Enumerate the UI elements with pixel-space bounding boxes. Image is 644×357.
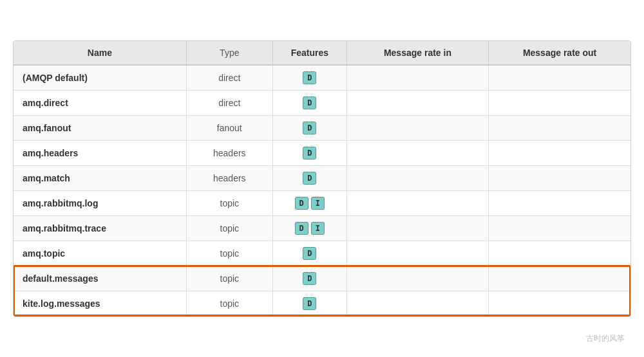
- table-header-row: Name Type Features Message rate in Messa…: [14, 41, 630, 65]
- cell-features: DI: [272, 215, 346, 241]
- cell-rate-out: [489, 165, 630, 190]
- table-row[interactable]: amq.headersheadersD: [14, 140, 630, 165]
- cell-rate-out: [489, 65, 630, 91]
- cell-type: fanout: [186, 115, 272, 140]
- cell-rate-out: [489, 266, 630, 291]
- cell-rate-in: [346, 215, 488, 241]
- feature-badge: D: [303, 147, 316, 160]
- cell-features: D: [272, 90, 346, 115]
- exchanges-table-wrapper: Name Type Features Message rate in Messa…: [13, 41, 631, 317]
- cell-rate-out: [489, 140, 630, 165]
- exchanges-table: Name Type Features Message rate in Messa…: [14, 41, 630, 316]
- cell-features: D: [272, 115, 346, 140]
- cell-name: default.messages: [14, 266, 186, 291]
- cell-rate-in: [346, 241, 488, 266]
- cell-type: headers: [186, 165, 272, 190]
- cell-rate-in: [346, 266, 488, 291]
- table-body: (AMQP default)directDamq.directdirectDam…: [14, 65, 630, 316]
- header-name: Name: [14, 41, 186, 65]
- cell-type: headers: [186, 140, 272, 165]
- table-row[interactable]: amq.matchheadersD: [14, 165, 630, 190]
- cell-name: (AMQP default): [14, 65, 186, 91]
- cell-name: amq.direct: [14, 90, 186, 115]
- cell-features: D: [272, 165, 346, 190]
- cell-name: amq.topic: [14, 241, 186, 266]
- feature-badge: I: [311, 197, 325, 210]
- cell-rate-in: [346, 190, 488, 215]
- table-row[interactable]: kite.log.messagestopicD: [14, 291, 630, 316]
- feature-badge: D: [303, 297, 316, 310]
- table-row[interactable]: amq.rabbitmq.logtopicDI: [14, 190, 630, 215]
- cell-rate-out: [489, 90, 630, 115]
- cell-rate-out: [489, 115, 630, 140]
- table-row[interactable]: amq.fanoutfanoutD: [14, 115, 630, 140]
- cell-rate-in: [346, 115, 488, 140]
- cell-features: DI: [272, 190, 346, 215]
- cell-features: D: [272, 140, 346, 165]
- feature-badge: D: [303, 272, 316, 285]
- cell-rate-out: [489, 190, 630, 215]
- feature-badge: D: [303, 247, 316, 260]
- cell-features: D: [272, 291, 346, 316]
- header-type: Type: [186, 41, 272, 65]
- table-row[interactable]: (AMQP default)directD: [14, 65, 630, 91]
- cell-name: amq.rabbitmq.log: [14, 190, 186, 215]
- cell-features: D: [272, 266, 346, 291]
- header-rate-in: Message rate in: [346, 41, 488, 65]
- cell-rate-in: [346, 291, 488, 316]
- header-rate-out: Message rate out: [489, 41, 630, 65]
- table-row[interactable]: amq.directdirectD: [14, 90, 630, 115]
- cell-features: D: [272, 65, 346, 91]
- cell-rate-in: [346, 140, 488, 165]
- cell-name: amq.rabbitmq.trace: [14, 215, 186, 241]
- cell-rate-in: [346, 165, 488, 190]
- cell-type: topic: [186, 241, 272, 266]
- feature-badge: D: [295, 222, 308, 235]
- cell-name: amq.fanout: [14, 115, 186, 140]
- cell-name: amq.headers: [14, 140, 186, 165]
- cell-features: D: [272, 241, 346, 266]
- table-row[interactable]: amq.rabbitmq.tracetopicDI: [14, 215, 630, 241]
- header-features: Features: [272, 41, 346, 65]
- feature-badge: D: [303, 122, 316, 134]
- cell-rate-out: [489, 215, 630, 241]
- cell-type: direct: [186, 90, 272, 115]
- table-row[interactable]: amq.topictopicD: [14, 241, 630, 266]
- cell-name: kite.log.messages: [14, 291, 186, 316]
- table-row[interactable]: default.messagestopicD: [14, 266, 630, 291]
- cell-name: amq.match: [14, 165, 186, 190]
- cell-type: direct: [186, 65, 272, 91]
- cell-type: topic: [186, 190, 272, 215]
- feature-badge: D: [303, 96, 316, 109]
- watermark: 古时的风筝: [586, 333, 625, 344]
- cell-rate-out: [489, 241, 630, 266]
- feature-badge: I: [311, 222, 325, 235]
- cell-type: topic: [186, 291, 272, 316]
- cell-rate-out: [489, 291, 630, 316]
- cell-type: topic: [186, 266, 272, 291]
- feature-badge: D: [303, 172, 316, 185]
- cell-rate-in: [346, 90, 488, 115]
- feature-badge: D: [303, 71, 316, 84]
- cell-type: topic: [186, 215, 272, 241]
- feature-badge: D: [295, 197, 308, 210]
- cell-rate-in: [346, 65, 488, 91]
